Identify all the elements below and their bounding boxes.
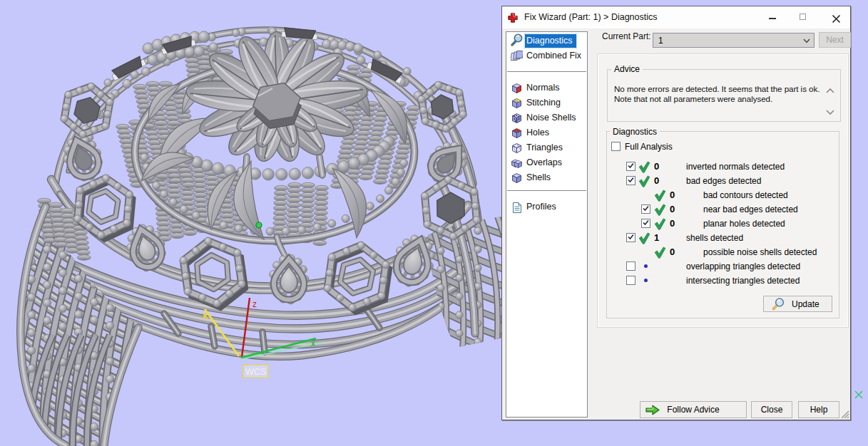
svg-text:z: z bbox=[252, 299, 257, 309]
svg-text:x: x bbox=[311, 338, 315, 348]
svg-text:X: X bbox=[202, 311, 208, 321]
svg-text:WCS: WCS bbox=[245, 367, 266, 377]
